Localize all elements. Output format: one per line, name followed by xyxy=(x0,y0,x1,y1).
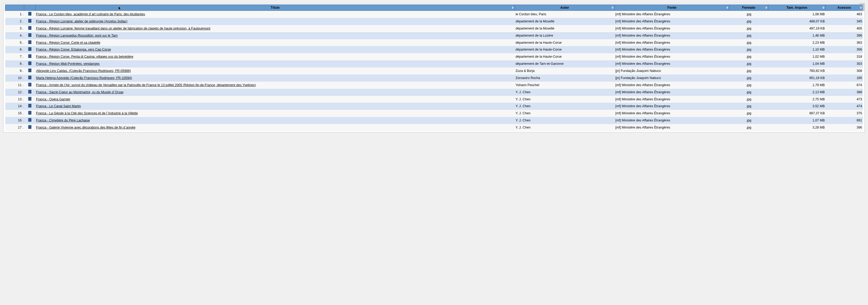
row-autor: département de la Haute-Corse xyxy=(515,39,615,46)
row-title-cell: França - Le Cordon bleu, académie d´art … xyxy=(36,11,515,18)
title-link[interactable]: França - Cimetière du Père Lachaise xyxy=(36,118,90,122)
sort-down-icon xyxy=(726,8,728,9)
row-formato: .jpg xyxy=(729,124,768,131)
row-autor: Y. J. Chen xyxy=(515,110,615,117)
header-fonte-label: Fonte xyxy=(668,6,676,9)
table-row: 11 .França - Armée de l'Air: survol du c… xyxy=(5,82,863,89)
row-formato: .jpg xyxy=(729,110,768,117)
table-row: 14 .França - Le Canal Saint MartinY. J. … xyxy=(5,103,863,110)
row-icon-cell xyxy=(24,124,36,131)
row-index: 9 . xyxy=(5,67,24,74)
row-tam-arquivo: 1,79 MB xyxy=(768,82,825,89)
row-autor: Yohann Peschel xyxy=(515,82,615,89)
image-file-icon[interactable] xyxy=(28,33,31,37)
sort-acessos[interactable] xyxy=(860,7,862,9)
row-title-cell: França - Cimetière du Père Lachaise xyxy=(36,117,515,124)
sort-down-icon xyxy=(612,8,614,9)
header-icon xyxy=(24,5,36,11)
row-title-cell: França - Le Canal Saint Martin xyxy=(36,103,515,110)
header-tam-arquivo-label: Tam. Arquivo xyxy=(786,6,807,9)
title-link[interactable]: Albrayde Lins Caldas. (Coleção Francisco… xyxy=(36,69,131,73)
row-tam-arquivo: 3,52 MB xyxy=(768,103,825,110)
row-title-cell: França - La Géode à la Cité des Sciences… xyxy=(36,110,515,117)
row-title-cell: França - Galerie Vivienne avec décoratio… xyxy=(36,124,515,131)
image-file-icon[interactable] xyxy=(28,111,31,114)
row-acessos: 396 xyxy=(826,124,863,131)
title-link[interactable]: França - Région Lorraine: femme travaill… xyxy=(36,27,211,30)
image-file-icon[interactable] xyxy=(28,125,31,129)
row-index: 16 . xyxy=(5,117,24,124)
sort-formato[interactable] xyxy=(765,7,767,9)
image-file-icon[interactable] xyxy=(28,40,31,44)
image-file-icon[interactable] xyxy=(28,54,31,58)
title-link[interactable]: Maria Helena Azevedo (Coleção Francisco … xyxy=(36,76,132,80)
row-formato: .jpg xyxy=(729,53,768,60)
sort-autor[interactable] xyxy=(612,7,614,9)
row-acessos: 363 xyxy=(826,39,863,46)
sort-tam[interactable] xyxy=(823,7,825,9)
header-autor[interactable]: Autor xyxy=(515,5,615,11)
row-formato: .jpg xyxy=(729,89,768,96)
image-file-icon[interactable] xyxy=(28,76,31,79)
title-link[interactable]: França - Armée de l'Air: survol du châte… xyxy=(36,83,256,87)
row-fonte: [mf] Ministère des Affaires Étrangères xyxy=(615,96,729,103)
title-link[interactable]: França - Région Languedoc-Roussillon: po… xyxy=(36,34,118,37)
image-file-icon[interactable] xyxy=(28,104,31,107)
header-tam-arquivo[interactable]: Tam. Arquivo xyxy=(768,5,825,11)
header-index xyxy=(5,5,24,11)
row-tam-arquivo: 760,82 KB xyxy=(768,67,825,74)
image-file-icon[interactable] xyxy=(28,47,31,51)
row-acessos: 388 xyxy=(826,89,863,96)
title-link[interactable]: França - Le Canal Saint Martin xyxy=(36,104,81,108)
header-acessos-label: Acessos xyxy=(837,6,851,9)
title-link[interactable]: França - Galerie Vivienne avec décoratio… xyxy=(36,126,135,129)
image-file-icon[interactable] xyxy=(28,97,31,101)
row-tam-arquivo: 1,07 MB xyxy=(768,117,825,124)
image-file-icon[interactable] xyxy=(28,61,31,65)
row-formato: .jpg xyxy=(729,67,768,74)
row-fonte: [mf] Ministère des Affaires Étrangères xyxy=(615,103,729,110)
row-tam-arquivo: 1,46 MB xyxy=(768,32,825,39)
row-acessos: 691 xyxy=(826,117,863,124)
row-icon-cell xyxy=(24,110,36,117)
row-acessos: 474 xyxy=(826,103,863,110)
image-file-icon[interactable] xyxy=(28,26,31,30)
sort-titulo[interactable] xyxy=(512,7,514,9)
title-link[interactable]: França - Région Corse: Erbalunga, vers C… xyxy=(36,48,111,52)
row-title-cell: França - Opéra Garnier xyxy=(36,96,515,103)
header-acessos[interactable]: Acessos xyxy=(826,5,863,11)
image-file-icon[interactable] xyxy=(28,12,31,15)
image-file-icon[interactable] xyxy=(28,118,31,122)
title-link[interactable]: França - Région Corse: Corte et sa citad… xyxy=(36,41,100,44)
row-formato: .jpg xyxy=(729,46,768,53)
row-autor: Y. J. Chen xyxy=(515,117,615,124)
header-formato[interactable]: Formato xyxy=(729,5,768,11)
row-fonte: [mf] Ministère des Affaires Étrangères xyxy=(615,53,729,60)
row-fonte: [mf] Ministère des Affaires Étrangères xyxy=(615,117,729,124)
table-row: 13 .França - Opéra GarnierY. J. Chen[mf]… xyxy=(5,96,863,103)
title-link[interactable]: França - Opéra Garnier xyxy=(36,97,70,101)
header-fonte[interactable]: Fonte xyxy=(615,5,729,11)
title-link[interactable]: França - Région Midi-Pyrénées: vendanges xyxy=(36,62,100,66)
row-fonte: [mf] Ministère des Affaires Étrangères xyxy=(615,32,729,39)
sort-fonte[interactable] xyxy=(726,7,728,9)
title-link[interactable]: França - Le Cordon bleu, académie d´art … xyxy=(36,12,145,16)
image-file-icon[interactable] xyxy=(28,19,31,23)
title-link[interactable]: França - La Géode à la Cité des Sciences… xyxy=(36,111,138,115)
title-link[interactable]: França - Région Lorraine: atelier de sid… xyxy=(36,20,128,23)
row-icon-cell xyxy=(24,103,36,110)
title-link[interactable]: França - Sacré-Coeur au Montmartre, vu d… xyxy=(36,90,124,94)
title-link[interactable]: França - Région Corse. Penta di Casina: … xyxy=(36,55,133,59)
row-autor: département de la Haute-Corse xyxy=(515,53,615,60)
header-titulo[interactable]: Título xyxy=(36,5,515,11)
image-file-icon[interactable] xyxy=(28,83,31,87)
row-formato: .jpg xyxy=(729,117,768,124)
row-formato: .jpg xyxy=(729,32,768,39)
image-file-icon[interactable] xyxy=(28,90,31,94)
row-autor: département de Tarn-et-Garonne xyxy=(515,60,615,67)
row-acessos: 185 xyxy=(826,74,863,82)
row-formato: .jpg xyxy=(729,103,768,110)
image-file-icon[interactable] xyxy=(28,68,31,72)
row-tam-arquivo: 1,02 MB xyxy=(768,53,825,60)
row-acessos: 318 xyxy=(826,53,863,60)
